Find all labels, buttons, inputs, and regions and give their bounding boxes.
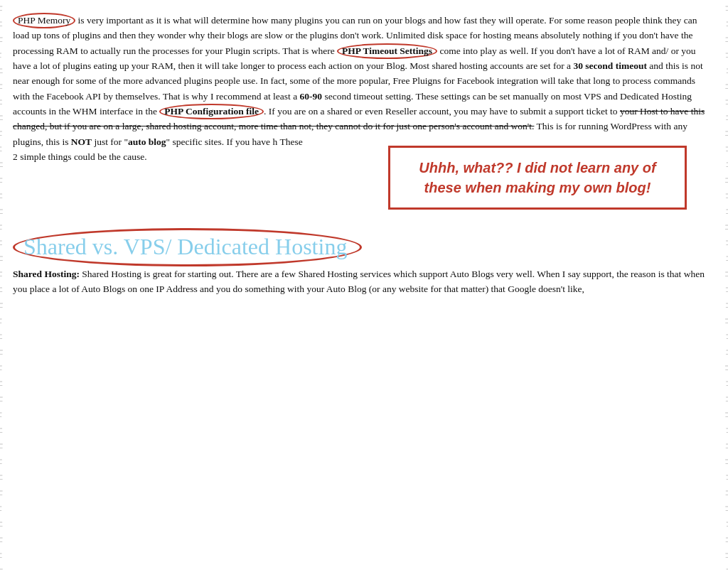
auto-blog-bold: auto blog: [128, 136, 166, 147]
php-config-circled: PHP Configuration file: [159, 104, 264, 119]
php-timeout-circled: PHP Timeout Settings: [337, 43, 437, 59]
shared-hosting-label: Shared Hosting:: [13, 269, 80, 279]
timeout-value-bold: 30 second timeout: [573, 60, 647, 71]
php-memory-circled: PHP Memory: [13, 13, 75, 28]
callout-text: Uhhh, what?? I did not learn any of thes…: [419, 160, 655, 195]
main-paragraph: PHP Memory is very important as it is wh…: [13, 13, 708, 221]
strikethrough-text: your Host to have this changed, but if y…: [13, 106, 705, 131]
php-config-bold: PHP Configuration file: [159, 104, 264, 119]
page-container: PHP Memory is very important as it is wh…: [0, 0, 728, 572]
recommended-value-bold: 60-90: [300, 91, 323, 102]
para-text-1: is very important as it is what will det…: [13, 15, 705, 147]
section-heading: Shared vs. VPS/ Dedicated Hosting: [23, 234, 347, 259]
php-timeout-bold: PHP Timeout Settings: [337, 43, 437, 59]
not-bold: NOT: [71, 136, 92, 147]
section-heading-circled: Shared vs. VPS/ Dedicated Hosting: [13, 228, 362, 266]
callout-box: Uhhh, what?? I did not learn any of thes…: [388, 146, 687, 210]
section-heading-wrapper: Shared vs. VPS/ Dedicated Hosting: [13, 228, 708, 266]
bottom-paragraph-text: Shared Hosting is great for starting out…: [13, 269, 705, 294]
bottom-paragraph: Shared Hosting: Shared Hosting is great …: [13, 266, 708, 297]
